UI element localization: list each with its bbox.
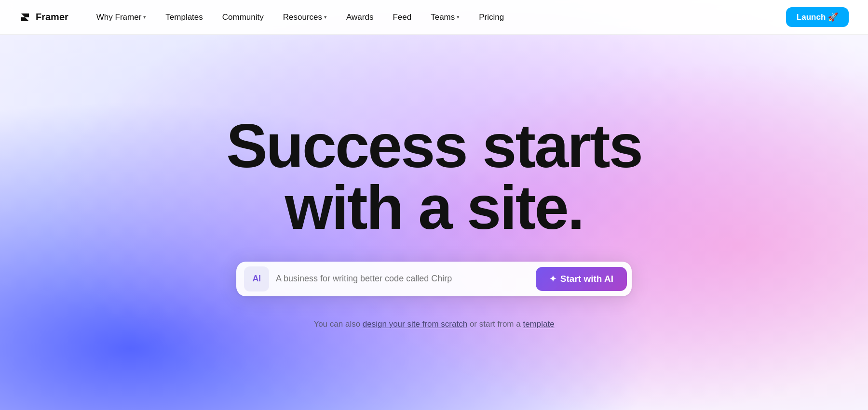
hero-section: Success starts with a site. AI ✦ Start w… bbox=[0, 0, 868, 410]
start-ai-button[interactable]: ✦ Start with AI bbox=[536, 267, 627, 291]
spark-icon: ✦ bbox=[549, 274, 556, 284]
logo-text: Framer bbox=[36, 12, 68, 23]
navigation: Framer Why Framer ▾ Templates Community … bbox=[0, 0, 868, 35]
nav-item-awards[interactable]: Awards bbox=[338, 9, 382, 26]
nav-links: Why Framer ▾ Templates Community Resourc… bbox=[88, 9, 786, 26]
chevron-down-icon: ▾ bbox=[324, 14, 327, 20]
ai-prompt-input[interactable] bbox=[276, 274, 529, 284]
ai-icon-wrapper: AI bbox=[244, 266, 269, 291]
ai-icon: AI bbox=[253, 274, 261, 284]
nav-item-feed[interactable]: Feed bbox=[384, 9, 420, 26]
chevron-down-icon: ▾ bbox=[457, 14, 460, 20]
nav-item-pricing[interactable]: Pricing bbox=[470, 9, 513, 26]
hero-headline: Success starts with a site. bbox=[226, 115, 642, 238]
logo-link[interactable]: Framer bbox=[19, 12, 68, 23]
template-link[interactable]: template bbox=[523, 319, 554, 329]
nav-item-teams[interactable]: Teams ▾ bbox=[422, 9, 468, 26]
chevron-down-icon: ▾ bbox=[143, 14, 146, 20]
nav-item-why-framer[interactable]: Why Framer ▾ bbox=[88, 9, 155, 26]
hero-subtext: You can also design your site from scrat… bbox=[313, 319, 554, 329]
nav-item-resources[interactable]: Resources ▾ bbox=[274, 9, 336, 26]
design-from-scratch-link[interactable]: design your site from scratch bbox=[363, 319, 467, 329]
launch-button[interactable]: Launch 🚀 bbox=[786, 7, 849, 27]
hero-content: Success starts with a site. AI ✦ Start w… bbox=[226, 115, 642, 329]
framer-logo-icon bbox=[19, 12, 31, 23]
ai-search-bar: AI ✦ Start with AI bbox=[236, 262, 632, 296]
nav-item-community[interactable]: Community bbox=[214, 9, 272, 26]
nav-item-templates[interactable]: Templates bbox=[157, 9, 211, 26]
